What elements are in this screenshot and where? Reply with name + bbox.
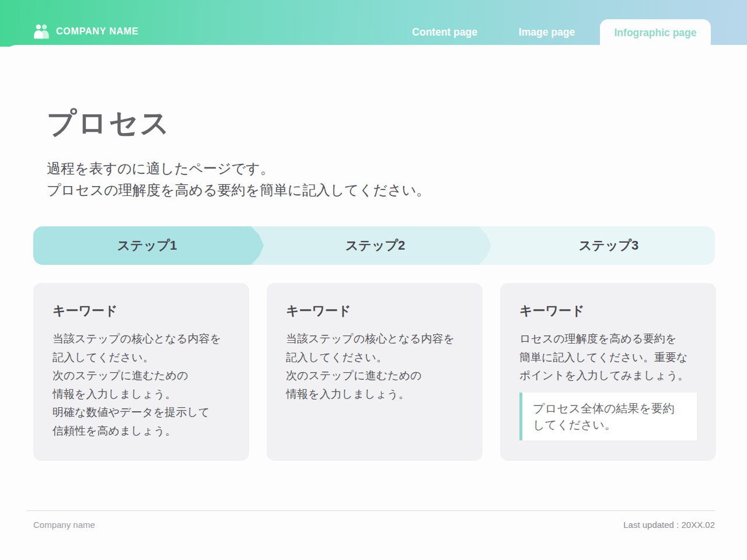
company-name-label: COMPANY NAME	[56, 26, 138, 37]
summary-note-box: プロセス全体の結果を要約 してください。	[519, 393, 697, 440]
card-heading: キーワード	[53, 302, 230, 320]
nav-item-infographic-page[interactable]: Infographic page	[600, 19, 711, 47]
nav-item-content-page[interactable]: Content page	[409, 23, 481, 41]
footer-divider	[26, 510, 715, 511]
active-tab-label: Infographic page	[615, 27, 697, 39]
card-body: 当該ステップの核心となる内容を 記入してください。 次のステップに進むための 情…	[286, 330, 463, 403]
nav-item-image-page[interactable]: Image page	[514, 23, 580, 41]
step-flow: ステップ1 ステップ2 ステップ3	[33, 226, 715, 265]
footer-last-updated: Last updated : 20XX.02	[623, 520, 715, 530]
page-subtitle: 過程を表すのに適したページです。 プロセスの理解度を高める要約を簡単に記入してく…	[47, 158, 430, 201]
card-body: 当該ステップの核心となる内容を 記入してください。 次のステップに進むための 情…	[53, 330, 230, 440]
card-row: キーワード 当該ステップの核心となる内容を 記入してください。 次のステップに進…	[33, 283, 716, 461]
footer-company-name: Company name	[33, 520, 95, 530]
page: COMPANY NAME Content page Image page Inf…	[0, 0, 747, 560]
card-heading: キーワード	[286, 302, 463, 320]
card-heading: キーワード	[519, 302, 697, 320]
company-logo[interactable]: COMPANY NAME	[33, 23, 138, 39]
people-icon	[33, 23, 50, 39]
step-2-card: キーワード 当該ステップの核心となる内容を 記入してください。 次のステップに進…	[267, 283, 483, 461]
step-3-card: キーワード ロセスの理解度を高める要約を 簡単に記入してください。重要な ポイン…	[500, 283, 716, 461]
step-3-label: ステップ3	[492, 226, 725, 265]
page-title: プロセス	[47, 104, 171, 143]
step-1-card: キーワード 当該ステップの核心となる内容を 記入してください。 次のステップに進…	[33, 283, 249, 461]
step-2-label: ステップ2	[259, 226, 492, 265]
step-1-label: ステップ1	[33, 226, 261, 265]
card-body: ロセスの理解度を高める要約を 簡単に記入してください。重要な ポイントを入力して…	[519, 330, 697, 385]
